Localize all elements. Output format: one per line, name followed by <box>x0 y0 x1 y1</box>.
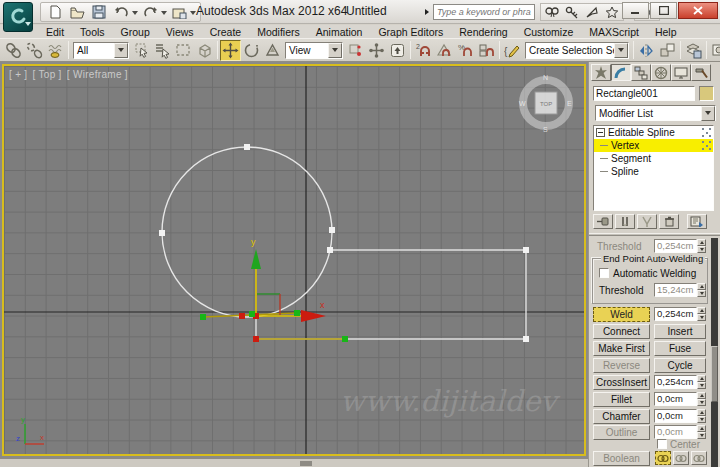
close-button[interactable] <box>678 2 718 19</box>
autoweld-threshold-field[interactable]: 15,24cm <box>654 283 697 297</box>
select-by-name-icon[interactable] <box>152 40 173 61</box>
remove-modifier-icon[interactable] <box>659 214 679 229</box>
select-object-icon[interactable] <box>131 40 152 61</box>
insert-button[interactable]: Insert <box>654 324 706 339</box>
align-icon[interactable] <box>657 40 678 61</box>
minimize-button[interactable] <box>622 2 649 19</box>
cross-insert-button[interactable]: CrossInsert <box>593 375 650 390</box>
favorites-star-icon[interactable] <box>603 4 621 20</box>
show-end-result-icon[interactable] <box>615 214 635 229</box>
bezier-handle[interactable] <box>200 314 206 320</box>
tab-modify-icon[interactable] <box>611 64 631 81</box>
chamfer-button[interactable]: Chamfer <box>593 409 650 424</box>
cycle-button[interactable]: Cycle <box>654 358 706 373</box>
material-editor-icon[interactable] <box>709 40 720 61</box>
tab-hierarchy-icon[interactable] <box>631 64 651 81</box>
percent-snap-icon[interactable]: % <box>455 40 476 61</box>
selected-vertex[interactable] <box>239 313 245 319</box>
cross-insert-field[interactable]: 0,254cm <box>654 375 697 389</box>
time-slider-sliver[interactable] <box>300 461 312 466</box>
menu-create[interactable]: Create <box>202 26 250 38</box>
menu-edit[interactable]: Edit <box>38 26 72 38</box>
viewport-menu-plus[interactable]: [ + ] <box>9 69 27 80</box>
vertex[interactable] <box>159 230 165 236</box>
outline-field[interactable]: 0,0cm <box>654 425 697 439</box>
boolean-subtract-icon[interactable] <box>673 451 689 465</box>
save-button[interactable] <box>88 3 110 21</box>
reference-coordinate-dropdown[interactable]: View <box>285 42 343 59</box>
named-selection-set-dropdown[interactable]: Create Selection Se <box>525 42 629 59</box>
select-and-scale-icon[interactable] <box>262 40 283 61</box>
selected-vertex[interactable] <box>253 336 259 342</box>
search-icon[interactable] <box>543 4 561 20</box>
select-and-link-icon[interactable] <box>3 40 24 61</box>
bezier-handle[interactable] <box>342 336 348 342</box>
maximize-button[interactable] <box>650 2 677 19</box>
bezier-handle[interactable] <box>294 310 300 316</box>
new-file-button[interactable] <box>44 3 66 21</box>
viewport-menu-view[interactable]: [ Top ] <box>33 69 62 80</box>
selection-filter-dropdown[interactable]: All <box>73 42 129 59</box>
mirror-icon[interactable] <box>636 40 657 61</box>
redo-button[interactable] <box>139 3 161 21</box>
bezier-handle[interactable] <box>249 311 255 317</box>
object-name-field[interactable] <box>593 86 695 101</box>
automatic-welding-checkbox[interactable] <box>599 268 609 278</box>
viewcube[interactable]: N E S W TOP <box>519 74 572 133</box>
modifier-list-dropdown[interactable]: Modifier List <box>595 105 716 121</box>
rectangular-selection-region-icon[interactable] <box>173 40 194 61</box>
weld-threshold-field[interactable]: 0,254cm <box>654 307 697 321</box>
named-selection-sets-icon[interactable]: { <box>502 40 523 61</box>
vertex[interactable] <box>327 247 333 253</box>
top-viewport[interactable]: y x <box>4 66 584 454</box>
tab-motion-icon[interactable] <box>651 64 671 81</box>
window-crossing-icon[interactable] <box>194 40 215 61</box>
use-pivot-center-icon[interactable] <box>345 40 366 61</box>
stack-row-spline[interactable]: Spline <box>594 165 713 178</box>
chamfer-spinner[interactable] <box>697 409 706 423</box>
center-checkbox[interactable] <box>657 439 667 449</box>
vertex[interactable] <box>244 144 250 150</box>
vertex[interactable] <box>523 336 529 342</box>
application-menu-button[interactable] <box>3 2 33 32</box>
cross-insert-spinner[interactable] <box>697 375 706 389</box>
menu-rendering[interactable]: Rendering <box>451 26 515 38</box>
undo-dropdown-arrow[interactable] <box>132 11 138 18</box>
viewport-menu-shading[interactable]: [ Wireframe ] <box>67 69 128 80</box>
undo-button[interactable] <box>110 3 132 21</box>
snap-toggle-2d-icon[interactable]: 2 <box>413 40 434 61</box>
vertex[interactable] <box>329 227 335 233</box>
unlink-selection-icon[interactable] <box>24 40 45 61</box>
outline-spinner[interactable] <box>697 425 706 439</box>
pin-stack-icon[interactable] <box>593 214 613 229</box>
outline-button[interactable]: Outline <box>593 425 650 440</box>
stack-row-vertex[interactable]: Vertex <box>594 139 713 152</box>
boolean-union-icon[interactable] <box>655 451 671 465</box>
stack-row-segment[interactable]: Segment <box>594 152 713 165</box>
menu-graph-editors[interactable]: Graph Editors <box>370 26 451 38</box>
fillet-field[interactable]: 0,0cm <box>654 392 697 406</box>
object-color-swatch[interactable] <box>699 86 714 101</box>
fillet-button[interactable]: Fillet <box>593 392 650 407</box>
select-and-rotate-icon[interactable] <box>241 40 262 61</box>
fuse-button[interactable]: Fuse <box>654 341 706 356</box>
collapse-icon[interactable] <box>596 128 605 137</box>
select-and-manipulate-icon[interactable] <box>366 40 387 61</box>
menu-maxscript[interactable]: MAXScript <box>581 26 647 38</box>
chamfer-field[interactable]: 0,0cm <box>654 409 697 423</box>
weld-spinner[interactable] <box>697 307 706 321</box>
fillet-spinner[interactable] <box>697 392 706 406</box>
threshold-spinner[interactable] <box>697 239 706 253</box>
reverse-button[interactable]: Reverse <box>593 358 650 373</box>
gizmo-y-arrowhead[interactable] <box>251 249 261 269</box>
menu-group[interactable]: Group <box>113 26 158 38</box>
stack-row-editable-spline[interactable]: Editable Spline <box>594 126 713 139</box>
connect-button[interactable]: Connect <box>593 324 650 339</box>
tab-display-icon[interactable] <box>671 64 691 81</box>
autoweld-threshold-spinner[interactable] <box>697 283 706 297</box>
menu-views[interactable]: Views <box>158 26 202 38</box>
weld-button[interactable]: Weld <box>593 307 650 322</box>
make-unique-icon[interactable] <box>637 214 657 229</box>
threshold-field[interactable]: 0,254cm <box>654 239 697 253</box>
panel-scrollbar[interactable] <box>711 238 718 467</box>
